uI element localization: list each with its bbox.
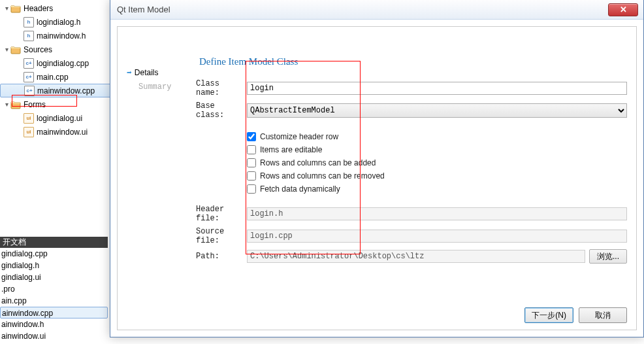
open-documents-list[interactable]: gindialog.cpp gindialog.h gindialog.ui .… (0, 248, 108, 342)
form-title: Define Item Model Class (199, 56, 627, 67)
row-source-file: Source file: (196, 227, 627, 245)
tree-item[interactable]: c+ logindialog.cpp (0, 56, 111, 70)
checkbox-group: Customize header row Items are editable … (247, 130, 627, 196)
label-header-file: Header file: (196, 205, 247, 223)
tree-label: Headers (24, 4, 53, 13)
check-add[interactable]: Rows and columns can be added (247, 156, 627, 169)
project-tree[interactable]: Headers h logindialog.h h mainwindow.h S… (0, 0, 111, 139)
label-path: Path: (196, 252, 247, 261)
folder-icon (10, 3, 21, 14)
label-class-name: Class name: (196, 79, 247, 97)
open-doc-item[interactable]: ainwindow.h (0, 318, 108, 330)
dialog-title: Qt Item Model (117, 5, 170, 14)
tree-label: mainwindow.ui (37, 128, 88, 137)
tree-item[interactable]: c+ main.cpp (0, 70, 111, 84)
tree-item[interactable]: ui logindialog.ui (0, 111, 111, 125)
header-file-field (247, 207, 627, 220)
open-doc-item[interactable]: ainwindow.cpp (0, 307, 108, 318)
checkbox-icon[interactable] (247, 132, 256, 141)
open-documents-title: 开文档 (0, 237, 108, 248)
expander-icon[interactable] (3, 46, 10, 53)
tree-label: mainwindow.cpp (37, 86, 95, 95)
tree-group-forms[interactable]: Forms (0, 97, 111, 111)
tree-label: Sources (24, 45, 52, 54)
row-path: Path: 浏览... (196, 249, 627, 264)
check-remove[interactable]: Rows and columns can be removed (247, 169, 627, 182)
open-doc-item[interactable]: ainwindow.ui (0, 330, 108, 342)
folder-icon (10, 44, 21, 55)
class-name-input[interactable] (247, 82, 627, 95)
open-doc-item[interactable]: ain.cpp (0, 295, 108, 307)
row-header-file: Header file: (196, 205, 627, 223)
tree-item[interactable]: h mainwindow.h (0, 29, 111, 43)
checkbox-icon[interactable] (247, 184, 256, 194)
row-class-name: Class name: (196, 79, 627, 97)
open-doc-item[interactable]: .pro (0, 283, 108, 295)
base-class-select[interactable]: QAbstractItemModel (247, 103, 627, 118)
tree-label: main.cpp (37, 73, 69, 82)
tree-group-headers[interactable]: Headers (0, 1, 111, 15)
form-area: Define Item Model Class Class name: Base… (196, 56, 627, 267)
project-tree-pane: Headers h logindialog.h h mainwindow.h S… (0, 0, 111, 344)
row-base-class: Base class: QAbstractItemModel (196, 101, 627, 120)
check-editable[interactable]: Items are editable (247, 143, 627, 156)
open-doc-item[interactable]: gindialog.h (0, 260, 108, 271)
tree-item[interactable]: c+ mainwindow.cpp (0, 84, 111, 97)
open-doc-item[interactable]: gindialog.cpp (0, 248, 108, 260)
label-source-file: Source file: (196, 227, 247, 245)
check-fetch[interactable]: Fetch data dynamically (247, 182, 627, 196)
expander-icon[interactable] (3, 5, 10, 12)
dialog-body: Details Summary Define Item Model Class … (117, 26, 637, 330)
checkbox-icon[interactable] (247, 171, 256, 181)
cpp-file-icon: c+ (24, 58, 34, 69)
h-file-icon: h (24, 31, 34, 41)
ui-file-icon: ui (24, 127, 34, 137)
tree-item[interactable]: h logindialog.h (0, 15, 111, 29)
expander-icon[interactable] (3, 101, 10, 108)
h-file-icon: h (24, 17, 34, 27)
tree-label: Forms (24, 100, 46, 109)
qt-item-model-dialog: Qt Item Model ✕ Details Summary Define I… (110, 0, 644, 337)
tree-label: logindialog.h (37, 18, 80, 27)
label-base-class: Base class: (196, 101, 247, 120)
tree-item[interactable]: ui mainwindow.ui (0, 125, 111, 139)
check-customize[interactable]: Customize header row (247, 130, 627, 143)
browse-button[interactable]: 浏览... (589, 249, 627, 264)
dialog-buttons: 下一步(N) 取消 (524, 307, 627, 323)
tree-label: logindialog.ui (37, 114, 82, 123)
close-button[interactable]: ✕ (608, 3, 638, 16)
cancel-button[interactable]: 取消 (579, 307, 627, 323)
tree-label: mainwindow.h (37, 31, 86, 41)
cpp-file-icon: c+ (24, 72, 34, 82)
ui-file-icon: ui (24, 113, 34, 124)
checkbox-icon[interactable] (247, 145, 256, 154)
step-details[interactable]: Details (127, 66, 182, 79)
tree-group-sources[interactable]: Sources (0, 43, 111, 56)
wizard-steps: Details Summary (127, 66, 182, 95)
step-summary[interactable]: Summary (127, 80, 182, 94)
open-doc-item[interactable]: gindialog.ui (0, 271, 108, 283)
folder-icon (10, 99, 21, 110)
cpp-file-icon: c+ (24, 86, 35, 96)
next-button[interactable]: 下一步(N) (524, 307, 573, 323)
path-field (247, 250, 585, 263)
source-file-field (247, 230, 627, 243)
checkbox-icon[interactable] (247, 158, 256, 167)
tree-label: logindialog.cpp (37, 59, 89, 68)
close-icon: ✕ (620, 5, 627, 14)
dialog-titlebar[interactable]: Qt Item Model ✕ (110, 0, 643, 20)
